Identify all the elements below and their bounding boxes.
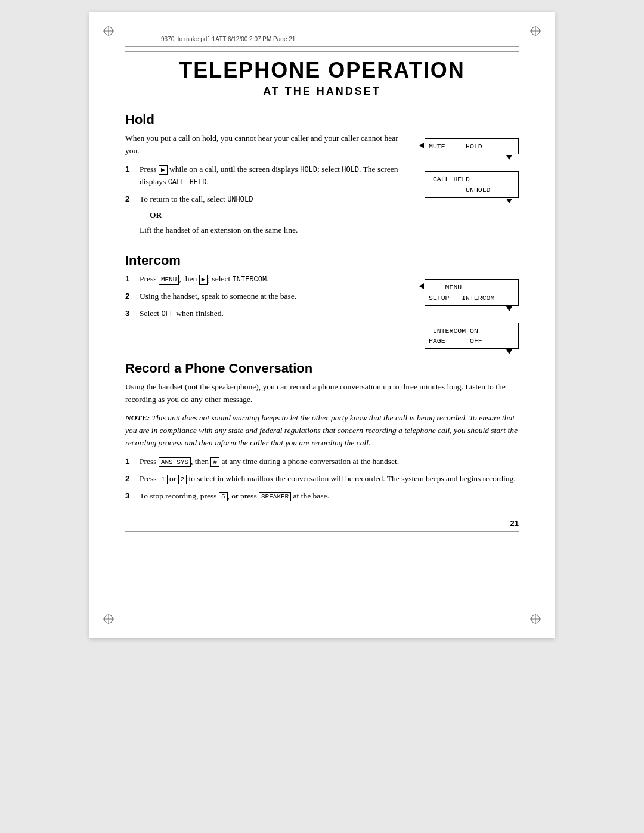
hold-screen2-line2: UNHOLD	[429, 185, 515, 195]
hold-steps: 1 Press ▶ while on a call, until the scr…	[125, 163, 405, 237]
key-5: 5	[219, 492, 228, 501]
record-heading: Record a Phone Conversation	[125, 361, 519, 376]
hash-key: #	[210, 457, 219, 467]
key-1: 1	[159, 475, 168, 484]
or-separator: — OR —	[140, 209, 405, 222]
record-steps: 1 Press ANS SYS, then # at any time duri…	[125, 456, 519, 503]
key-2: 2	[178, 475, 187, 484]
intercom-select: INTERCOM	[233, 275, 267, 284]
intercom-screen-1: MENU SETUP INTERCOM	[425, 279, 519, 306]
hold-display-call-held: CALL HELD	[168, 178, 207, 187]
record-step-3: 3 To stop recording, press 5, or press S…	[125, 490, 519, 503]
intercom-step-num-3: 3	[125, 308, 134, 320]
hold-screen-2-container: CALL HELD UNHOLD	[425, 171, 519, 198]
hold-step-2-text: To return to the call, select UNHOLD — O…	[140, 193, 405, 237]
sub-title: AT THE HANDSET	[125, 85, 519, 98]
record-step-num-2: 2	[125, 473, 134, 485]
record-step-1-text: Press ANS SYS, then # at any time during…	[140, 456, 519, 468]
arrow-right-key: ▶	[199, 275, 208, 284]
record-intro: Using the handset (not the speakerphone)…	[125, 381, 519, 406]
page-meta: 9370_to make pdf_1ATT 6/12/00 2:07 PM Pa…	[125, 36, 519, 47]
hold-section: Hold When you put a call on hold, you ca…	[125, 112, 519, 241]
intercom-content: 1 Press MENU, then ▶; select INTERCOM. 2…	[125, 273, 405, 325]
intercom-step-3-text: Select OFF when finished.	[140, 308, 405, 320]
intercom-step-2: 2 Using the handset, speak to someone at…	[125, 290, 405, 303]
record-note: NOTE: This unit does not sound warning b…	[125, 412, 519, 450]
note-bold: NOTE:	[125, 413, 150, 422]
intercom-screen1-line1: MENU	[429, 282, 515, 292]
hold-step-1-text: Press ▶ while on a call, until the scree…	[140, 163, 405, 188]
hold-display-hold: HOLD	[300, 166, 317, 174]
hold-step-2: 2 To return to the call, select UNHOLD —…	[125, 193, 405, 237]
intercom-screen1-left-arrow	[419, 283, 424, 289]
speaker-key: SPEAKER	[259, 492, 291, 501]
intercom-step-num-2: 2	[125, 290, 134, 303]
ans-sys-key: ANS SYS	[159, 457, 191, 467]
menu-key: MENU	[159, 275, 179, 284]
hold-select-hold: HOLD	[342, 166, 359, 174]
hold-select-unhold: UNHOLD	[227, 196, 253, 204]
intercom-content-row: 1 Press MENU, then ▶; select INTERCOM. 2…	[125, 273, 519, 349]
reg-mark-top-right	[530, 25, 541, 37]
intercom-step-num-1: 1	[125, 273, 134, 286]
intercom-section: Intercom 1 Press MENU, then ▶; select IN…	[125, 253, 519, 349]
reg-mark-bottom-left	[103, 613, 114, 625]
intercom-step-1-text: Press MENU, then ▶; select INTERCOM.	[140, 273, 405, 286]
hold-screen1-left-arrow	[419, 143, 424, 148]
reg-mark-bottom-right	[530, 613, 541, 625]
hold-heading: Hold	[125, 112, 519, 128]
hold-content-row: When you put a call on hold, you cannot …	[125, 132, 519, 241]
bottom-rule	[125, 531, 519, 532]
step-num-1: 1	[125, 163, 134, 188]
record-step-2-text: Press 1 or 2 to select in which mailbox …	[140, 473, 519, 485]
record-step-2: 2 Press 1 or 2 to select in which mailbo…	[125, 473, 519, 485]
hold-screen1-line1: MUTE HOLD	[429, 141, 515, 151]
file-info: 9370_to make pdf_1ATT 6/12/00 2:07 PM Pa…	[161, 36, 295, 42]
hold-screen-2: CALL HELD UNHOLD	[425, 171, 519, 198]
hold-intro: When you put a call on hold, you cannot …	[125, 132, 405, 157]
intercom-screen2-line2: PAGE OFF	[429, 336, 515, 346]
step-num-2: 2	[125, 193, 134, 237]
note-text: This unit does not sound warning beeps t…	[125, 413, 518, 447]
main-title: TELEPHONE OPERATION	[125, 58, 519, 83]
intercom-screen2-down-arrow	[506, 349, 512, 354]
intercom-steps: 1 Press MENU, then ▶; select INTERCOM. 2…	[125, 273, 405, 320]
intercom-heading: Intercom	[125, 253, 519, 268]
hold-screen-1-container: MUTE HOLD	[425, 138, 519, 154]
page-number: 21	[125, 515, 519, 528]
page: 9370_to make pdf_1ATT 6/12/00 2:07 PM Pa…	[89, 12, 555, 638]
intercom-screen1-line2: SETUP INTERCOM	[429, 293, 515, 303]
hold-screen-1: MUTE HOLD	[425, 138, 519, 154]
intercom-screen1-down-arrow	[506, 306, 512, 311]
intercom-screen-1-container: MENU SETUP INTERCOM	[425, 279, 519, 306]
intercom-screen-2-container: INTERCOM ON PAGE OFF	[425, 323, 519, 349]
record-section: Record a Phone Conversation Using the ha…	[125, 361, 519, 502]
intercom-screen2-line1: INTERCOM ON	[429, 326, 515, 336]
reg-mark-top-left	[103, 25, 114, 37]
hold-screen-diagrams: MUTE HOLD CALL HELD UNHOLD	[417, 138, 519, 198]
arrow-right-icon: ▶	[159, 165, 168, 175]
hold-screen1-down-arrow	[506, 155, 512, 160]
intercom-screen-2: INTERCOM ON PAGE OFF	[425, 323, 519, 349]
hold-screen2-down-arrow	[506, 199, 512, 203]
hold-step-1: 1 Press ▶ while on a call, until the scr…	[125, 163, 405, 188]
intercom-step-1: 1 Press MENU, then ▶; select INTERCOM.	[125, 273, 405, 286]
hold-screen2-line1: CALL HELD	[429, 174, 515, 184]
intercom-step-3: 3 Select OFF when finished.	[125, 308, 405, 320]
record-step-3-text: To stop recording, press 5, or press SPE…	[140, 490, 519, 503]
intercom-step-2-text: Using the handset, speak to someone at t…	[140, 290, 405, 303]
record-step-num-3: 3	[125, 490, 134, 503]
top-rule	[125, 51, 519, 52]
hold-content: When you put a call on hold, you cannot …	[125, 132, 405, 241]
intercom-off: OFF	[161, 310, 174, 318]
intercom-screen-diagrams: MENU SETUP INTERCOM INTERCOM ON PAGE OFF	[417, 279, 519, 349]
record-step-num-1: 1	[125, 456, 134, 468]
record-step-1: 1 Press ANS SYS, then # at any time duri…	[125, 456, 519, 468]
